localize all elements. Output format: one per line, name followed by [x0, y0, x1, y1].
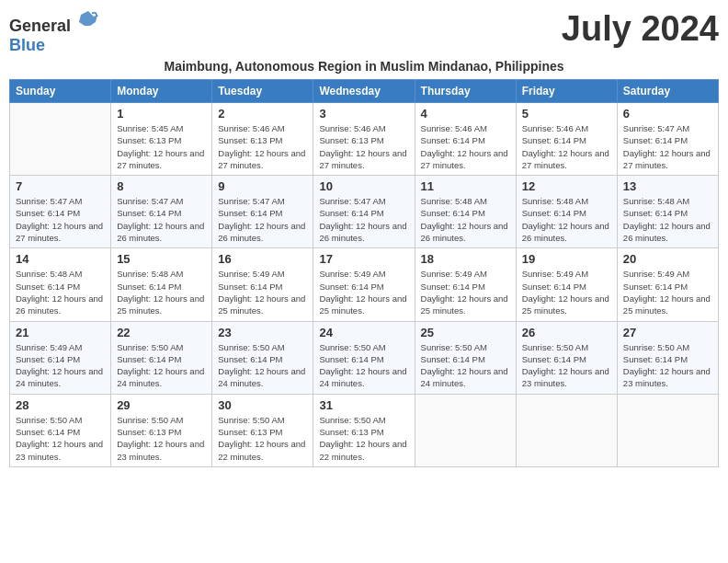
day-info: Sunrise: 5:47 AMSunset: 6:14 PMDaylight:… — [319, 195, 408, 244]
calendar-header-row: SundayMondayTuesdayWednesdayThursdayFrid… — [10, 80, 719, 103]
day-info: Sunrise: 5:47 AMSunset: 6:14 PMDaylight:… — [623, 122, 712, 171]
day-info: Sunrise: 5:50 AMSunset: 6:13 PMDaylight:… — [117, 414, 206, 463]
day-number: 7 — [16, 179, 105, 193]
day-number: 26 — [522, 326, 611, 339]
calendar-cell — [10, 103, 111, 176]
header-saturday: Saturday — [617, 80, 718, 103]
day-info: Sunrise: 5:50 AMSunset: 6:14 PMDaylight:… — [522, 341, 611, 390]
day-number: 5 — [522, 107, 611, 121]
day-number: 12 — [522, 179, 611, 193]
calendar-cell: 11Sunrise: 5:48 AMSunset: 6:14 PMDayligh… — [415, 176, 516, 248]
calendar-cell: 26Sunrise: 5:50 AMSunset: 6:14 PMDayligh… — [516, 321, 617, 394]
day-number: 27 — [623, 326, 712, 339]
logo-text: General Blue — [9, 9, 99, 55]
calendar-cell — [516, 394, 617, 466]
month-title: July 2024 — [562, 9, 719, 49]
calendar-cell: 8Sunrise: 5:47 AMSunset: 6:14 PMDaylight… — [111, 176, 212, 248]
header-monday: Monday — [111, 80, 212, 103]
calendar-cell: 2Sunrise: 5:46 AMSunset: 6:13 PMDaylight… — [212, 103, 313, 176]
day-info: Sunrise: 5:48 AMSunset: 6:14 PMDaylight:… — [623, 195, 712, 244]
header-sunday: Sunday — [10, 80, 111, 103]
day-info: Sunrise: 5:49 AMSunset: 6:14 PMDaylight:… — [218, 268, 307, 316]
calendar-cell: 19Sunrise: 5:49 AMSunset: 6:14 PMDayligh… — [516, 248, 617, 321]
calendar-cell: 20Sunrise: 5:49 AMSunset: 6:14 PMDayligh… — [617, 248, 718, 321]
day-info: Sunrise: 5:50 AMSunset: 6:14 PMDaylight:… — [623, 341, 712, 390]
day-number: 25 — [421, 326, 510, 339]
day-number: 23 — [218, 326, 307, 339]
calendar-table: SundayMondayTuesdayWednesdayThursdayFrid… — [9, 79, 719, 467]
calendar-cell — [617, 394, 718, 466]
logo-icon — [77, 9, 99, 31]
day-info: Sunrise: 5:50 AMSunset: 6:14 PMDaylight:… — [421, 341, 510, 390]
day-number: 20 — [623, 252, 712, 266]
day-info: Sunrise: 5:46 AMSunset: 6:14 PMDaylight:… — [522, 122, 611, 171]
calendar-cell: 18Sunrise: 5:49 AMSunset: 6:14 PMDayligh… — [415, 248, 516, 321]
day-info: Sunrise: 5:47 AMSunset: 6:14 PMDaylight:… — [218, 195, 307, 244]
day-info: Sunrise: 5:47 AMSunset: 6:14 PMDaylight:… — [117, 195, 206, 244]
day-info: Sunrise: 5:47 AMSunset: 6:14 PMDaylight:… — [16, 195, 105, 244]
day-info: Sunrise: 5:50 AMSunset: 6:14 PMDaylight:… — [117, 341, 206, 390]
day-info: Sunrise: 5:49 AMSunset: 6:14 PMDaylight:… — [522, 268, 611, 316]
calendar-cell: 23Sunrise: 5:50 AMSunset: 6:14 PMDayligh… — [212, 321, 313, 394]
day-number: 6 — [623, 107, 712, 121]
calendar-week-row: 21Sunrise: 5:49 AMSunset: 6:14 PMDayligh… — [10, 321, 719, 394]
day-number: 16 — [218, 252, 307, 266]
day-info: Sunrise: 5:48 AMSunset: 6:14 PMDaylight:… — [421, 195, 510, 244]
day-number: 29 — [117, 398, 206, 412]
calendar-cell: 3Sunrise: 5:46 AMSunset: 6:13 PMDaylight… — [313, 103, 415, 176]
day-info: Sunrise: 5:48 AMSunset: 6:14 PMDaylight:… — [522, 195, 611, 244]
calendar-cell: 6Sunrise: 5:47 AMSunset: 6:14 PMDaylight… — [617, 103, 718, 176]
calendar-cell: 12Sunrise: 5:48 AMSunset: 6:14 PMDayligh… — [516, 176, 617, 248]
day-number: 31 — [319, 398, 408, 412]
calendar-cell: 31Sunrise: 5:50 AMSunset: 6:13 PMDayligh… — [313, 394, 415, 466]
header-tuesday: Tuesday — [212, 80, 313, 103]
day-info: Sunrise: 5:49 AMSunset: 6:14 PMDaylight:… — [421, 268, 510, 316]
header-friday: Friday — [516, 80, 617, 103]
calendar-cell: 27Sunrise: 5:50 AMSunset: 6:14 PMDayligh… — [617, 321, 718, 394]
calendar-cell: 29Sunrise: 5:50 AMSunset: 6:13 PMDayligh… — [111, 394, 212, 466]
day-number: 11 — [421, 179, 510, 193]
day-number: 9 — [218, 179, 307, 193]
logo: General Blue — [9, 9, 99, 55]
calendar-cell: 4Sunrise: 5:46 AMSunset: 6:14 PMDaylight… — [415, 103, 516, 176]
day-info: Sunrise: 5:50 AMSunset: 6:14 PMDaylight:… — [218, 341, 307, 390]
logo-general: General — [9, 17, 71, 35]
calendar-cell: 25Sunrise: 5:50 AMSunset: 6:14 PMDayligh… — [415, 321, 516, 394]
calendar-cell: 24Sunrise: 5:50 AMSunset: 6:14 PMDayligh… — [313, 321, 415, 394]
calendar-cell — [415, 394, 516, 466]
day-number: 28 — [16, 398, 105, 412]
day-info: Sunrise: 5:46 AMSunset: 6:14 PMDaylight:… — [421, 122, 510, 171]
day-number: 13 — [623, 179, 712, 193]
day-number: 24 — [319, 326, 408, 339]
day-info: Sunrise: 5:50 AMSunset: 6:13 PMDaylight:… — [218, 414, 307, 463]
calendar-cell: 5Sunrise: 5:46 AMSunset: 6:14 PMDaylight… — [516, 103, 617, 176]
calendar-week-row: 28Sunrise: 5:50 AMSunset: 6:14 PMDayligh… — [10, 394, 719, 466]
calendar-week-row: 1Sunrise: 5:45 AMSunset: 6:13 PMDaylight… — [10, 103, 719, 176]
day-info: Sunrise: 5:45 AMSunset: 6:13 PMDaylight:… — [117, 122, 206, 171]
day-number: 18 — [421, 252, 510, 266]
calendar-week-row: 14Sunrise: 5:48 AMSunset: 6:14 PMDayligh… — [10, 248, 719, 321]
day-info: Sunrise: 5:49 AMSunset: 6:14 PMDaylight:… — [623, 268, 712, 316]
day-info: Sunrise: 5:48 AMSunset: 6:14 PMDaylight:… — [117, 268, 206, 316]
day-number: 19 — [522, 252, 611, 266]
day-info: Sunrise: 5:46 AMSunset: 6:13 PMDaylight:… — [319, 122, 408, 171]
day-info: Sunrise: 5:48 AMSunset: 6:14 PMDaylight:… — [16, 268, 105, 316]
logo-blue: Blue — [9, 36, 45, 54]
day-info: Sunrise: 5:50 AMSunset: 6:14 PMDaylight:… — [16, 414, 105, 463]
calendar-cell: 21Sunrise: 5:49 AMSunset: 6:14 PMDayligh… — [10, 321, 111, 394]
calendar-cell: 7Sunrise: 5:47 AMSunset: 6:14 PMDaylight… — [10, 176, 111, 248]
day-info: Sunrise: 5:49 AMSunset: 6:14 PMDaylight:… — [16, 341, 105, 390]
calendar-cell: 30Sunrise: 5:50 AMSunset: 6:13 PMDayligh… — [212, 394, 313, 466]
day-info: Sunrise: 5:50 AMSunset: 6:14 PMDaylight:… — [319, 341, 408, 390]
page-header: General Blue July 2024 — [9, 9, 719, 55]
day-number: 3 — [319, 107, 408, 121]
day-number: 8 — [117, 179, 206, 193]
day-info: Sunrise: 5:46 AMSunset: 6:13 PMDaylight:… — [218, 122, 307, 171]
day-info: Sunrise: 5:50 AMSunset: 6:13 PMDaylight:… — [319, 414, 408, 463]
day-info: Sunrise: 5:49 AMSunset: 6:14 PMDaylight:… — [319, 268, 408, 316]
header-wednesday: Wednesday — [313, 80, 415, 103]
calendar-cell: 9Sunrise: 5:47 AMSunset: 6:14 PMDaylight… — [212, 176, 313, 248]
day-number: 14 — [16, 252, 105, 266]
calendar-cell: 15Sunrise: 5:48 AMSunset: 6:14 PMDayligh… — [111, 248, 212, 321]
calendar-week-row: 7Sunrise: 5:47 AMSunset: 6:14 PMDaylight… — [10, 176, 719, 248]
